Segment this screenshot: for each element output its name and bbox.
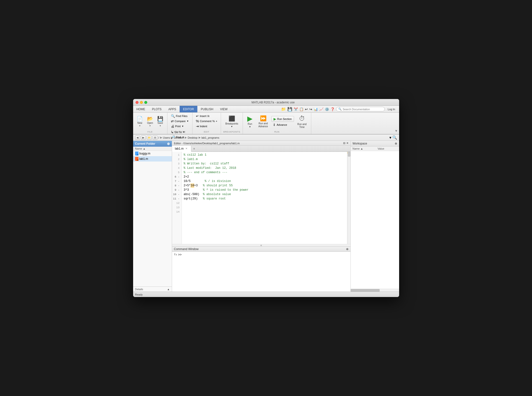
buggy-file-icon [135,152,138,155]
search-documentation-input[interactable] [343,108,383,111]
window-title: MATLAB R2017a - academic use [150,101,397,104]
run-section-icon: ▶ [274,117,276,121]
tab-add-button[interactable]: + [191,146,197,152]
menu-editor[interactable]: EDITOR [180,106,197,112]
code-line-14 [184,210,345,214]
toolbar-icon-3[interactable]: ✂️ [293,107,298,112]
run-advance-icon: ⏩ [260,115,266,122]
line-num-3: 3 [172,162,182,166]
toolbar-icon-10[interactable]: ❓ [330,107,335,112]
toolbar-icon-7[interactable]: 📊 [313,107,318,112]
run-section-button[interactable]: ▶ Run Section [271,116,294,122]
compare-button[interactable]: ⇄ Compare ▼ [169,119,190,124]
sidebar-content: buggy.m lab1.m [133,151,172,287]
toolbar-scroll-btn[interactable]: ▾ [395,128,398,133]
title-bar: MATLAB R2017a - academic use [133,99,399,106]
breadcrumb-search-icon[interactable]: 🔍 [392,135,397,140]
code-line-12 [184,201,345,205]
maximize-button[interactable] [144,101,147,104]
run-section-advance-group: ▶ Run Section ⬇ Advance [271,116,294,127]
code-line-10: abs(-500) % absolute value [184,192,345,197]
traffic-lights [136,101,147,104]
lab1-filename: lab1.m [139,157,148,161]
sidebar-item-lab1[interactable]: lab1.m [133,156,172,162]
sidebar-actions-icon[interactable]: ⊕ [167,142,170,146]
find-button[interactable]: 🔎 Find ▼ [169,135,186,140]
menu-plots[interactable]: PLOTS [149,106,165,112]
editor-path: Editor - /Users/sohielee/Desktop/lab1_pr… [174,142,240,145]
workspace-scrollbar[interactable] [351,289,399,292]
editor-close-icon[interactable]: ✕ [346,142,349,145]
run-and-advance-button[interactable]: ⏩ Run andAdvance [256,114,270,129]
insert-icon: ↵ [196,114,199,118]
workspace-action-icon[interactable]: ⊕ [395,142,397,145]
menu-view[interactable]: VIEW [217,106,231,112]
new-button[interactable]: 📄 New ▼ [135,115,145,128]
menu-publish[interactable]: PUBLISH [197,106,217,112]
toolbar-icon-6[interactable]: ↪ [309,107,313,112]
line-num-9: 9 - [172,188,182,192]
command-body[interactable]: fx >> [172,252,350,292]
line-num-10: 10 - [172,192,182,197]
insert-button[interactable]: ↵ Insert fx [194,114,219,118]
breadcrumb-dropdown[interactable]: ▾ [389,135,391,140]
run-and-time-button[interactable]: ⏱ Run andTime [295,113,309,130]
command-prompt: >> [178,253,182,257]
sidebar: Current Folder ⊕ Name ▲ buggy.m lab1.m [133,141,172,292]
toolbar-icon-4[interactable]: 📋 [299,107,304,112]
editor-body[interactable]: 1 2 3 4 5 6 - 7 - 8 - 9 - 10 - 11 - 12 1… [172,152,350,244]
menu-home[interactable]: HOME [133,106,149,112]
command-window-action-icon[interactable]: ⊕ [346,247,349,251]
comment-button[interactable]: % Comment % + [194,119,219,124]
folder-up-button[interactable]: 📁 [147,135,152,140]
code-area[interactable]: % cs112 lab 1 % lab1.m % Written by: cs1… [182,152,347,244]
toolbar-icon-2[interactable]: 💾 [287,106,293,112]
details-expand-icon[interactable]: ▲ [167,288,170,291]
vertical-scrollbar[interactable] [348,152,350,244]
run-button[interactable]: ▶ Run ▼ [245,114,255,129]
compare-icon: ⇄ [171,119,174,123]
breadcrumb-users[interactable]: Users [163,136,170,139]
breadcrumb-desktop[interactable]: Desktop [188,136,197,139]
line-num-1: 1 [172,153,182,157]
line-num-12: 12 [172,201,182,205]
save-button[interactable]: 💾 Save ▼ [156,115,165,128]
forward-button[interactable]: ▶ [141,135,146,140]
editor-horizontal-scrollbar[interactable] [172,244,350,246]
toolbar-file-section: 📄 New ▼ 📂 Open ▼ 💾 Save ▼ FILE [133,113,167,134]
workspace-name-col: Name ▲ [353,147,378,150]
sidebar-column-header: Name ▲ [133,147,172,151]
back-button[interactable]: ◀ [135,135,140,140]
tab-close-lab1m[interactable]: ✕ [185,147,188,150]
indent-button[interactable]: ⇥ Indent [194,124,219,129]
toolbar-icon-8[interactable]: 📈 [319,107,324,112]
toolbar-icon-9[interactable]: ⚙️ [324,107,330,112]
workspace-header: Workspace ⊕ [351,141,399,146]
sidebar-name-col[interactable]: Name ▲ [135,147,146,150]
sidebar-item-buggy[interactable]: buggy.m [133,151,172,156]
tab-lab1m[interactable]: lab1.m ✕ [172,146,191,152]
open-button[interactable]: 📂 Open ▼ [145,115,155,128]
breadcrumb-lab1programs[interactable]: lab1_programs [202,136,219,139]
toolbar-icon-1[interactable]: 📁 [281,106,286,112]
indent-icon: ⇥ [196,124,199,128]
login-button[interactable]: Log In [386,107,397,111]
breakpoints-button[interactable]: ⬛ Breakpoints ▼ [223,114,241,129]
code-line-1: % cs112 lab 1 [184,153,345,157]
advance-button[interactable]: ⬇ Advance [271,122,294,127]
scrollbar-thumb[interactable] [348,152,350,157]
folder-nav-button[interactable]: ⊞ [153,135,157,140]
find-files-button[interactable]: 🔍 Find Files [169,114,190,118]
menu-apps[interactable]: APPS [165,106,180,112]
close-button[interactable] [136,101,138,104]
toolbar-icon-5[interactable]: ↩ [304,107,308,112]
minimize-button[interactable] [140,101,143,104]
print-icon: 🖨 [171,124,174,128]
breadcrumb-root[interactable]: / [158,136,159,139]
status-text: Ready [135,293,143,296]
search-documentation-box[interactable]: 🔍 [336,107,385,111]
toolbar-run-section: ▶ Run ▼ ⏩ Run andAdvance ▶ Run Section ⬇… [243,113,311,134]
workspace-scrollbar-thumb[interactable] [351,289,380,292]
editor-minimize-icon[interactable]: ⊟ [343,142,345,145]
print-button[interactable]: 🖨 Print ▼ [169,124,190,129]
